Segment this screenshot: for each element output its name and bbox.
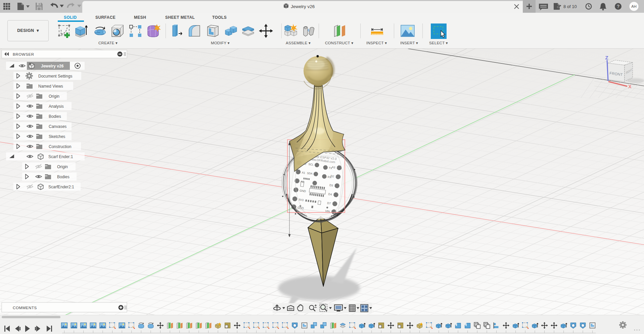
svg-text:TX: TX xyxy=(329,166,333,170)
svg-text:Analysis: Analysis xyxy=(49,104,64,109)
svg-text:COMMENTS: COMMENTS xyxy=(13,306,37,310)
svg-text:AH: AH xyxy=(631,4,636,8)
svg-text:Scarf Ender:1: Scarf Ender:1 xyxy=(48,154,73,159)
svg-text:Document Settings: Document Settings xyxy=(38,74,72,79)
svg-text:D7: D7 xyxy=(327,201,331,205)
svg-text:Jewelry v26: Jewelry v26 xyxy=(291,4,315,9)
svg-text:ScarfEnder2:1: ScarfEnder2:1 xyxy=(48,185,74,189)
svg-text:Construction: Construction xyxy=(49,144,71,149)
svg-text:Jewelry v26: Jewelry v26 xyxy=(41,64,64,68)
svg-text:Named Views: Named Views xyxy=(38,84,63,89)
svg-text:D3: D3 xyxy=(329,183,333,187)
svg-text:Z: Z xyxy=(605,55,608,60)
svg-text:Bodies: Bodies xyxy=(57,175,70,179)
svg-text:Bodies: Bodies xyxy=(49,114,61,119)
svg-text:Sketches: Sketches xyxy=(49,134,65,139)
svg-text:Origin: Origin xyxy=(49,94,59,99)
svg-text:3V3: 3V3 xyxy=(298,198,304,202)
svg-text:8 of 10: 8 of 10 xyxy=(563,4,577,9)
svg-text:?: ? xyxy=(617,4,620,9)
svg-text:A1: A1 xyxy=(302,171,306,175)
svg-text:Origin: Origin xyxy=(57,164,68,169)
svg-text:Canvases: Canvases xyxy=(49,124,66,129)
svg-text:RX: RX xyxy=(327,176,332,179)
svg-text:D4: D4 xyxy=(328,192,332,196)
svg-text:BROWSER: BROWSER xyxy=(13,52,34,56)
svg-text:X: X xyxy=(628,84,632,89)
svg-text:A0: A0 xyxy=(301,180,305,184)
